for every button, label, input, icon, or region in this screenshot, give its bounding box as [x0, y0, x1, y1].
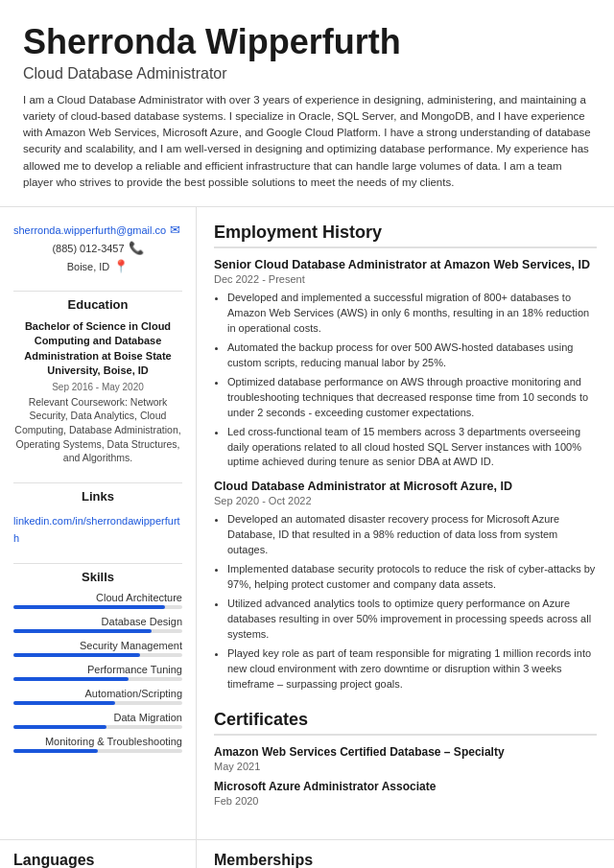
- cert-date: Feb 2020: [214, 795, 597, 807]
- skill-item: Performance Tuning: [13, 664, 182, 681]
- education-date: Sep 2016 - May 2020: [13, 382, 182, 392]
- bullet-item: Implemented database security protocols …: [227, 562, 597, 593]
- skill-bar-bg: [13, 653, 182, 657]
- bullet-item: Developed and implemented a successful m…: [227, 291, 597, 337]
- cert-date: May 2021: [214, 761, 597, 772]
- links-block: linkedin.com/in/sherrondawipperfurth: [13, 511, 182, 546]
- location-icon: 📍: [113, 259, 129, 273]
- skill-bar-fill: [13, 701, 115, 705]
- skill-bar-fill: [13, 749, 98, 753]
- bullet-item: Utilized advanced analytics tools to opt…: [227, 597, 597, 643]
- phone-text: (885) 012-3457: [52, 243, 124, 254]
- skill-name: Monitoring & Troubleshooting: [13, 736, 182, 747]
- job-date: Dec 2022 - Present: [214, 273, 597, 285]
- contact-location: Boise, ID 📍: [13, 259, 182, 273]
- skill-item: Database Design: [13, 616, 182, 633]
- bullet-item: Played key role as part of team responsi…: [227, 646, 597, 692]
- email-text: sherronda.wipperfurth@gmail.co: [13, 224, 166, 236]
- job-bullets: Developed an automated disaster recovery…: [214, 512, 597, 692]
- skills-list: Cloud Architecture Database Design Secur…: [13, 592, 182, 753]
- linkedin-link[interactable]: linkedin.com/in/sherrondawipperfurth: [13, 515, 180, 544]
- phone-icon: 📞: [129, 241, 144, 255]
- contact-email: sherronda.wipperfurth@gmail.co ✉: [13, 223, 182, 237]
- bullet-item: Led cross-functional team of 15 members …: [227, 425, 597, 471]
- links-heading: Links: [13, 489, 182, 504]
- header-section: Sherronda Wipperfurth Cloud Database Adm…: [0, 0, 614, 207]
- job-date: Sep 2020 - Oct 2022: [214, 495, 597, 506]
- skill-item: Automation/Scripting: [13, 688, 182, 705]
- languages-heading: Languages: [13, 852, 182, 868]
- education-heading: Education: [13, 297, 182, 312]
- memberships-heading: Memberships: [214, 852, 597, 868]
- skill-name: Performance Tuning: [13, 664, 182, 675]
- job-block: Cloud Database Administrator at Microsof…: [214, 480, 597, 692]
- bullet-item: Optimized database performance on AWS th…: [227, 375, 597, 421]
- job-title: Senior Cloud Database Administrator at A…: [214, 258, 597, 271]
- cert-block: Amazon Web Services Certified Database –…: [214, 745, 597, 772]
- links-section: Links linkedin.com/in/sherrondawipperfur…: [13, 489, 182, 546]
- contact-section: sherronda.wipperfurth@gmail.co ✉ (885) 0…: [13, 223, 182, 273]
- skill-bar-fill: [13, 677, 129, 681]
- skill-item: Cloud Architecture: [13, 592, 182, 609]
- education-section: Education Bachelor of Science in Cloud C…: [13, 297, 182, 465]
- resume-container: Sherronda Wipperfurth Cloud Database Adm…: [0, 0, 614, 868]
- bullet-item: Developed an automated disaster recovery…: [227, 512, 597, 558]
- left-column: sherronda.wipperfurth@gmail.co ✉ (885) 0…: [0, 207, 197, 839]
- employment-section: Employment History Senior Cloud Database…: [214, 223, 597, 692]
- job-title: Cloud Database Administrator at Microsof…: [214, 480, 597, 493]
- education-courses: Relevant Coursework: Network Security, D…: [13, 395, 182, 465]
- skill-bar-bg: [13, 677, 182, 681]
- body-columns: sherronda.wipperfurth@gmail.co ✉ (885) 0…: [0, 207, 614, 839]
- candidate-summary: I am a Cloud Database Administrator with…: [23, 92, 591, 192]
- skill-bar-fill: [13, 629, 152, 633]
- skill-name: Cloud Architecture: [13, 592, 182, 603]
- job-block: Senior Cloud Database Administrator at A…: [214, 258, 597, 470]
- skill-name: Database Design: [13, 616, 182, 627]
- skill-name: Automation/Scripting: [13, 688, 182, 699]
- education-block: Bachelor of Science in Cloud Computing a…: [13, 319, 182, 465]
- skill-bar-bg: [13, 701, 182, 705]
- bullet-item: Automated the backup process for over 50…: [227, 340, 597, 371]
- employment-heading: Employment History: [214, 223, 597, 248]
- skill-name: Data Migration: [13, 712, 182, 723]
- job-bullets: Developed and implemented a successful m…: [214, 291, 597, 470]
- cert-block: Microsoft Azure Administrator Associate …: [214, 780, 597, 807]
- skills-heading: Skills: [13, 570, 182, 584]
- skill-item: Monitoring & Troubleshooting: [13, 736, 182, 753]
- skills-section: Skills Cloud Architecture Database Desig…: [13, 570, 182, 753]
- certificates-section: Certificates Amazon Web Services Certifi…: [214, 710, 597, 807]
- candidate-title: Cloud Database Administrator: [23, 65, 591, 82]
- email-icon: ✉: [170, 223, 180, 237]
- skill-bar-fill: [13, 653, 140, 657]
- skill-name: Security Management: [13, 640, 182, 651]
- jobs-list: Senior Cloud Database Administrator at A…: [214, 258, 597, 692]
- skill-bar-bg: [13, 749, 182, 753]
- skill-item: Data Migration: [13, 712, 182, 729]
- skill-item: Security Management: [13, 640, 182, 657]
- skill-bar-bg: [13, 605, 182, 609]
- right-column: Employment History Senior Cloud Database…: [197, 207, 614, 839]
- education-degree: Bachelor of Science in Cloud Computing a…: [13, 319, 182, 379]
- cert-title: Microsoft Azure Administrator Associate: [214, 780, 597, 793]
- skill-bar-fill: [13, 725, 106, 729]
- skill-bar-bg: [13, 725, 182, 729]
- memberships-section: Memberships: [197, 840, 614, 868]
- skill-bar-fill: [13, 605, 165, 609]
- languages-section: Languages: [0, 840, 197, 868]
- certs-list: Amazon Web Services Certified Database –…: [214, 745, 597, 807]
- cert-title: Amazon Web Services Certified Database –…: [214, 745, 597, 759]
- location-text: Boise, ID: [67, 261, 110, 272]
- skill-bar-bg: [13, 629, 182, 633]
- bottom-sections: Languages Memberships: [0, 839, 614, 868]
- candidate-name: Sherronda Wipperfurth: [23, 23, 591, 61]
- certificates-heading: Certificates: [214, 710, 597, 736]
- contact-phone: (885) 012-3457 📞: [13, 241, 182, 255]
